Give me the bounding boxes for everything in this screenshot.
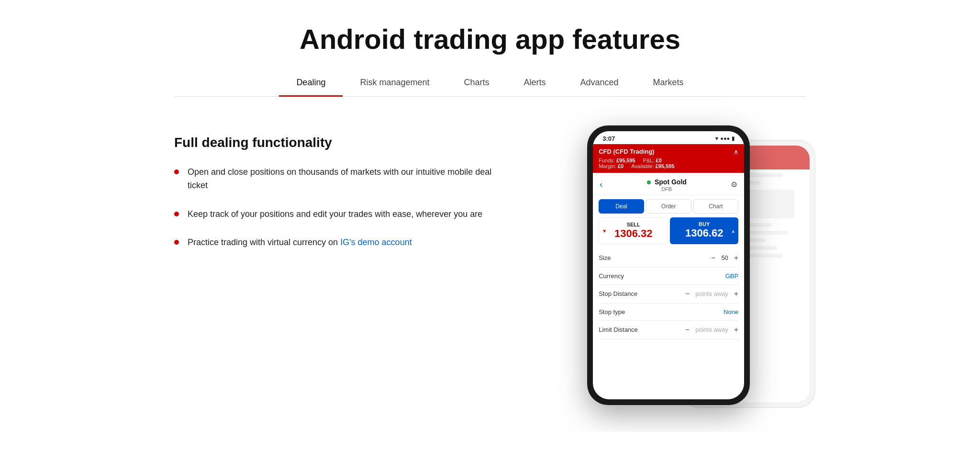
list-item: Open and close positions on thousands of…: [174, 166, 502, 192]
stop-minus-button[interactable]: −: [685, 290, 690, 298]
phone-mockup-area: 3:07 ▾ ●●● ▮ CFD (CFD Trading) ∧: [531, 125, 806, 413]
demo-account-link[interactable]: IG's demo account: [340, 237, 412, 247]
battery-icon: ▮: [732, 135, 735, 142]
stop-distance-label: Stop Distance: [599, 290, 637, 297]
page-title: Android trading app features: [174, 24, 806, 55]
phone-time: 3:07: [602, 135, 615, 142]
buy-arrow-icon: ▲: [731, 228, 735, 233]
header-chevron-icon[interactable]: ∧: [734, 148, 738, 156]
currency-value[interactable]: GBP: [725, 272, 738, 280]
limit-distance-stepper: − points away +: [685, 326, 738, 334]
sell-label: SELL: [604, 222, 663, 227]
bullet-text-3: Practice trading with virtual currency o…: [188, 236, 502, 249]
limit-distance-placeholder: points away: [695, 326, 728, 333]
stop-distance-placeholder: points away: [695, 290, 728, 297]
feature-list: Open and close positions on thousands of…: [174, 166, 502, 250]
buy-price: 1306.62: [675, 227, 734, 239]
limit-plus-button[interactable]: +: [734, 326, 738, 334]
buy-label: BUY: [675, 221, 734, 227]
instrument-title-row: Spot Gold: [647, 178, 687, 186]
price-row: ▼ SELL 1306.32 ▲ BUY 1306.62: [599, 217, 738, 244]
phone-main: 3:07 ▾ ●●● ▮ CFD (CFD Trading) ∧: [587, 125, 750, 405]
limit-minus-button[interactable]: −: [685, 326, 690, 334]
tab-alerts[interactable]: Alerts: [507, 69, 563, 96]
currency-label: Currency: [599, 272, 624, 280]
deal-tabs: Deal Order Chart: [593, 195, 744, 217]
live-dot: [647, 181, 651, 184]
currency-field: Currency GBP: [599, 268, 738, 285]
app-header-top: CFD (CFD Trading) ∧: [599, 148, 738, 156]
size-stepper: − 50 +: [711, 254, 738, 262]
list-item: Practice trading with virtual currency o…: [174, 236, 502, 249]
size-plus-button[interactable]: +: [734, 254, 738, 262]
stop-type-label: Stop type: [599, 308, 625, 316]
instrument-name: Spot Gold DFB: [647, 178, 687, 192]
tab-markets[interactable]: Markets: [636, 69, 701, 96]
size-field: Size − 50 +: [599, 249, 738, 268]
instrument-type: DFB: [647, 186, 687, 192]
funds-label: Funds: £95,595: [599, 158, 635, 163]
deal-content: ‹ Spot Gold DFB ⚙: [593, 173, 744, 339]
tab-risk-management[interactable]: Risk management: [343, 69, 446, 96]
back-button[interactable]: ‹: [600, 180, 602, 190]
status-icons: ▾ ●●● ▮: [715, 135, 735, 142]
tab-chart[interactable]: Chart: [693, 199, 739, 214]
feature-nav: Dealing Risk management Charts Alerts Ad…: [174, 69, 806, 97]
tab-dealing[interactable]: Dealing: [279, 69, 343, 96]
account-info: Funds: £95,595 P&L: £0: [599, 158, 738, 163]
phone-status-bar: 3:07 ▾ ●●● ▮: [593, 131, 744, 144]
stop-distance-stepper: − points away +: [685, 290, 738, 298]
account-info-row2: Margin: £0 Available: £95,595: [599, 163, 738, 169]
phone-screen: 3:07 ▾ ●●● ▮ CFD (CFD Trading) ∧: [593, 131, 744, 399]
app-header: CFD (CFD Trading) ∧ Funds: £95,595 P&L: …: [593, 144, 744, 173]
sell-price: 1306.32: [604, 227, 663, 240]
bullet-text-2: Keep track of your positions and edit yo…: [188, 208, 502, 221]
wifi-icon: ▾: [715, 135, 718, 142]
left-panel: Full dealing functionality Open and clos…: [174, 125, 502, 265]
bullet-dot: [174, 212, 179, 216]
tab-advanced[interactable]: Advanced: [563, 69, 636, 96]
available-label: Available: £95,595: [631, 163, 674, 169]
size-value: 50: [721, 254, 728, 261]
bullet-dot: [174, 240, 179, 245]
account-title: CFD (CFD Trading): [599, 148, 654, 155]
list-item: Keep track of your positions and edit yo…: [174, 208, 502, 221]
buy-box[interactable]: ▲ BUY 1306.62: [670, 217, 738, 244]
sell-box[interactable]: ▼ SELL 1306.32: [599, 217, 668, 244]
section-heading: Full dealing functionality: [174, 135, 502, 150]
tab-order[interactable]: Order: [646, 199, 691, 214]
size-label: Size: [599, 254, 611, 261]
signal-icon: ●●●: [720, 135, 730, 141]
tab-deal[interactable]: Deal: [599, 199, 644, 214]
stop-distance-field: Stop Distance − points away +: [599, 285, 738, 304]
pl-label: P&L: £0: [643, 158, 662, 163]
bullet-text-1: Open and close positions on thousands of…: [188, 166, 502, 192]
page-title-section: Android trading app features: [174, 0, 806, 69]
settings-icon[interactable]: ⚙: [731, 180, 737, 189]
stop-plus-button[interactable]: +: [734, 290, 738, 298]
limit-distance-field: Limit Distance − points away +: [599, 321, 738, 339]
limit-distance-label: Limit Distance: [599, 326, 638, 333]
main-content: Full dealing functionality Open and clos…: [174, 97, 806, 432]
bullet-dot: [174, 169, 179, 174]
sell-arrow-icon: ▼: [602, 228, 607, 233]
deal-fields: Size − 50 + Currency GBP: [593, 249, 744, 339]
stop-type-field: Stop type None: [599, 304, 738, 321]
instrument-bar: ‹ Spot Gold DFB ⚙: [593, 173, 744, 195]
size-minus-button[interactable]: −: [711, 254, 715, 262]
stop-type-value[interactable]: None: [724, 308, 738, 316]
margin-label: Margin: £0: [599, 163, 624, 169]
tab-charts[interactable]: Charts: [447, 69, 507, 96]
